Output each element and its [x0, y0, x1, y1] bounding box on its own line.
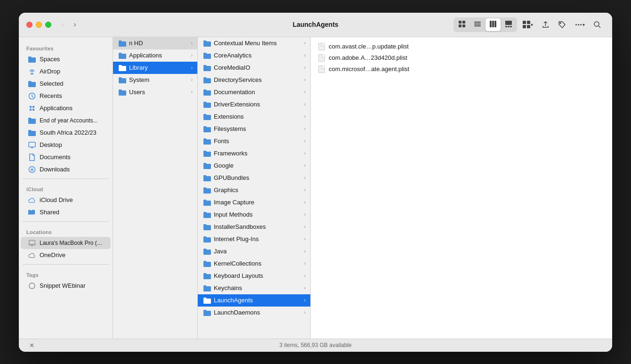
col-item-imagecapture[interactable]: Image Capture › — [198, 196, 310, 209]
col-item-gpubundles[interactable]: GPUBundles › — [198, 172, 310, 184]
statusbar: ✕ 3 items, 566,93 GB available — [19, 339, 612, 352]
tag-circle-icon — [28, 282, 36, 290]
file-item-adobe[interactable]: com.adobe.A…23d420d.plist — [311, 52, 612, 64]
sidebar-item-south-africa[interactable]: South Africa 2022/23 — [21, 127, 111, 139]
group-button[interactable]: ▾ — [519, 18, 536, 31]
back-button[interactable]: ‹ — [59, 18, 67, 31]
col-item-coreanalytics[interactable]: CoreAnalytics › — [198, 49, 310, 62]
col-item-left: DirectoryServices — [203, 76, 304, 83]
chevron-icon: › — [304, 151, 306, 156]
col-item-left: Keyboard Layouts — [203, 272, 304, 279]
svg-rect-2 — [459, 24, 461, 27]
traffic-lights — [26, 22, 51, 28]
sidebar-item-end-of-year[interactable]: End of year Accounts... — [21, 114, 111, 127]
sidebar-item-downloads[interactable]: Downloads — [21, 163, 111, 176]
view-icon-button[interactable] — [454, 18, 469, 31]
col-item-keychains[interactable]: Keychains › — [198, 282, 310, 294]
col-item-fonts[interactable]: Fonts › — [198, 135, 310, 147]
sidebar-item-icloud-drive[interactable]: iCloud Drive — [21, 194, 111, 206]
svg-rect-3 — [462, 24, 465, 27]
more-button[interactable]: ▾ — [571, 18, 588, 31]
col-item-launchagents[interactable]: LaunchAgents › — [198, 294, 310, 307]
sidebar-item-macbook[interactable]: Laura's MacBook Pro (… — [21, 237, 111, 249]
sidebar-item-documents[interactable]: Documents — [21, 151, 111, 163]
col-item-hd[interactable]: n HD › — [113, 37, 197, 49]
col-item-left: Java — [203, 248, 304, 255]
col-item-left: KernelCollections — [203, 260, 304, 267]
share-button[interactable] — [538, 18, 553, 31]
col-item-left: Filesystems — [203, 125, 304, 132]
sidebar-item-spaces[interactable]: Spaces — [21, 53, 111, 65]
col-item-kernelcollections[interactable]: KernelCollections › — [198, 258, 310, 270]
col-item-frameworks[interactable]: Frameworks › — [198, 147, 310, 160]
svg-rect-8 — [492, 21, 494, 27]
col-item-directoryservices[interactable]: DirectoryServices › — [198, 74, 310, 86]
col-item-installersandboxes[interactable]: InstallerSandboxes › — [198, 221, 310, 233]
col-item-google[interactable]: Google › — [198, 160, 310, 172]
col-item-left: n HD — [119, 40, 191, 47]
chevron-icon: › — [304, 298, 306, 303]
col-item-internetplugins[interactable]: Internet Plug-Ins › — [198, 233, 310, 245]
sidebar-label: Recents — [40, 92, 62, 99]
sidebar-item-applications[interactable]: Applications — [21, 102, 111, 114]
col-item-inputmethods[interactable]: Input Methods › — [198, 209, 310, 221]
svg-point-19 — [575, 24, 577, 25]
col-item-driverextensions[interactable]: DriverExtensions › — [198, 98, 310, 111]
chevron-icon: › — [191, 65, 193, 70]
file-item-avast[interactable]: com.avast.cle…p.update.plist — [311, 41, 612, 52]
col-item-graphics[interactable]: Graphics › — [198, 184, 310, 196]
maximize-button[interactable] — [45, 22, 51, 28]
col-item-left: Applications — [119, 52, 191, 59]
sidebar-section-locations: Locations — [19, 225, 113, 237]
file-item-microsoft[interactable]: com.microsof…ate.agent.plist — [311, 64, 612, 75]
chevron-icon: › — [304, 89, 306, 95]
col-item-system[interactable]: System › — [113, 74, 197, 86]
view-list-button[interactable] — [470, 18, 485, 31]
sidebar-item-airdrop[interactable]: AirDrop — [21, 65, 111, 78]
svg-line-23 — [599, 26, 600, 28]
forward-button[interactable]: › — [71, 18, 79, 31]
sidebar-item-desktop[interactable]: Desktop — [21, 139, 111, 151]
chevron-icon: › — [304, 126, 306, 131]
col-item-left: Contextual Menu Items — [203, 40, 304, 47]
col-item-launchdaemons[interactable]: LaunchDaemons › — [198, 307, 310, 319]
sidebar-label: Spaces — [40, 56, 60, 63]
col-item-users[interactable]: Users › — [113, 86, 197, 98]
chevron-icon: › — [304, 200, 306, 205]
col-item-left: CoreMediaIO — [203, 64, 304, 71]
clock-icon — [28, 92, 36, 100]
col-item-left: DriverExtensions — [203, 101, 304, 108]
col-item-applications[interactable]: Applications › — [113, 49, 197, 62]
col-item-filesystems[interactable]: Filesystems › — [198, 123, 310, 135]
sidebar-item-recents[interactable]: Recents — [21, 90, 111, 102]
file-label: com.microsof…ate.agent.plist — [329, 65, 409, 73]
col-label: CoreMediaIO — [214, 64, 250, 71]
search-button[interactable] — [590, 18, 605, 31]
folder-icon — [28, 129, 36, 137]
chevron-icon: › — [304, 65, 306, 70]
minimize-button[interactable] — [36, 22, 42, 28]
col-item-library[interactable]: Library › — [113, 62, 197, 74]
status-close-button[interactable]: ✕ — [26, 340, 37, 351]
col-item-coremediaio[interactable]: CoreMediaIO › — [198, 62, 310, 74]
sidebar-item-selected[interactable]: Selected — [21, 78, 111, 90]
col-item-left: Graphics — [203, 186, 304, 194]
col-item-keyboardlayouts[interactable]: Keyboard Layouts › — [198, 270, 310, 282]
view-gallery-button[interactable] — [501, 18, 516, 31]
sidebar-label: Shared — [40, 209, 59, 216]
col-item-left: Fonts — [203, 138, 304, 145]
col-item-documentation[interactable]: Documentation › — [198, 86, 310, 98]
col-item-java[interactable]: Java › — [198, 245, 310, 258]
icloud-icon — [28, 196, 36, 204]
col-item-extensions[interactable]: Extensions › — [198, 111, 310, 123]
sidebar: Favourites Spaces AirDrop — [19, 37, 113, 339]
close-button[interactable] — [26, 22, 32, 28]
col-item-left: LaunchDaemons — [203, 309, 304, 316]
sidebar-item-onedrive[interactable]: OneDrive — [21, 249, 111, 261]
sidebar-item-snippet[interactable]: Snippet WEbinar — [21, 280, 111, 292]
col-item-contextual[interactable]: Contextual Menu Items › — [198, 37, 310, 49]
view-column-button[interactable] — [485, 18, 501, 31]
sidebar-item-shared[interactable]: Shared — [21, 206, 111, 218]
chevron-icon: › — [304, 102, 306, 107]
tag-button[interactable] — [555, 18, 569, 31]
